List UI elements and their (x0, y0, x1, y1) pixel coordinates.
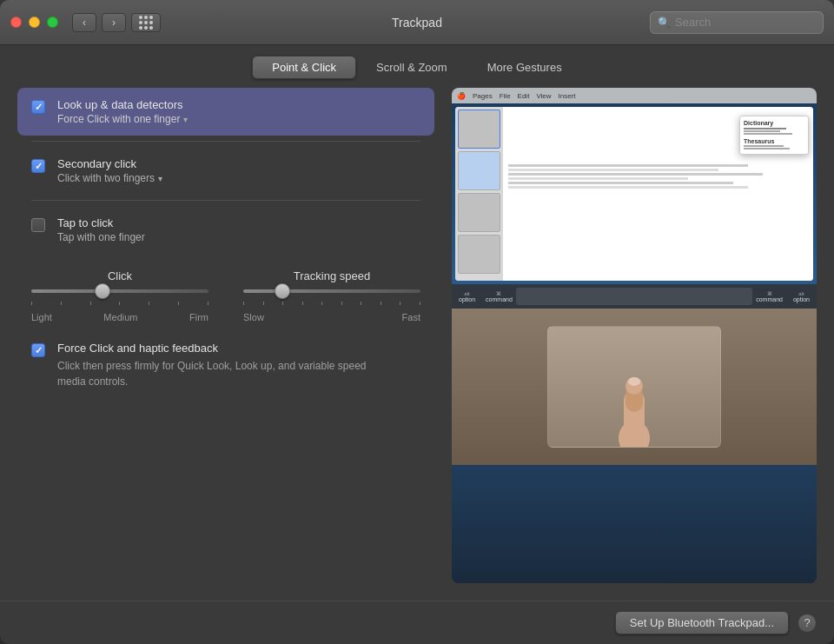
setup-bluetooth-button[interactable]: Set Up Bluetooth Trackpad... (615, 611, 789, 634)
preview-thumb-2 (458, 151, 500, 190)
titlebar: ‹ › Trackpad 🔍 (0, 0, 834, 45)
search-bar[interactable]: 🔍 (650, 11, 824, 34)
forward-icon: › (112, 17, 116, 29)
help-button[interactable]: ? (798, 614, 817, 633)
option-tap-subtitle: Tap with one finger (57, 231, 145, 243)
option-lookup-subtitle[interactable]: Force Click with one finger ▾ (57, 113, 188, 125)
option-lookup: ✓ Look up & data detectors Force Click w… (17, 88, 434, 136)
checkbox-tap[interactable] (31, 218, 45, 232)
checkbox-lookup[interactable]: ✓ (31, 100, 45, 114)
preview-keyboard-bar: alt option ⌘ command ⌘ command (452, 284, 817, 309)
checkbox-tap-wrap (31, 218, 47, 234)
preview-thumb-4 (458, 235, 500, 274)
left-panel: ✓ Look up & data detectors Force Click w… (17, 88, 434, 583)
option-secondary-subtitle[interactable]: Click with two fingers ▾ (57, 172, 162, 184)
click-slider-thumb[interactable] (95, 283, 110, 299)
checkbox-force-wrap: ✓ (31, 343, 47, 359)
checkmark-icon: ✓ (35, 162, 43, 171)
tracking-ticks (243, 302, 420, 305)
force-click-text: Force Click and haptic feedback Click th… (57, 342, 370, 389)
preview-menu-pages: Pages (473, 92, 493, 100)
key-option-left: alt option (459, 291, 475, 302)
tabbar: Point & Click Scroll & Zoom More Gesture… (0, 45, 834, 88)
mac-preview: 🍎 Pages File Edit View Insert (452, 88, 817, 583)
tab-point-click[interactable]: Point & Click (252, 56, 356, 79)
app-window: ‹ › Trackpad 🔍 Point & Click Scroll & Zo… (0, 0, 834, 644)
option-secondary-click: ✓ Secondary click Click with two fingers… (17, 147, 434, 195)
preview-dict-title: Dictionary (744, 120, 804, 126)
preview-menu-view: View (536, 92, 551, 100)
trackpad-surface (547, 326, 721, 448)
preview-sidebar (455, 107, 503, 281)
option-tap-click: Tap to click Tap with one finger (17, 206, 434, 254)
tab-more-gestures[interactable]: More Gestures (467, 56, 582, 79)
checkbox-secondary[interactable]: ✓ (31, 159, 45, 173)
click-labels: Light Medium Firm (31, 312, 208, 322)
preview-content-area: BIKES (503, 107, 813, 281)
preview-app-window: BIKES (455, 107, 813, 281)
nav-buttons: ‹ › (72, 13, 126, 32)
traffic-lights (10, 17, 58, 28)
chevron-icon: ▾ (158, 174, 162, 183)
back-button[interactable]: ‹ (72, 13, 96, 32)
sliders-row: Click (31, 269, 420, 322)
preview-apple-icon: 🍎 (457, 92, 466, 100)
tracking-label-slow: Slow (243, 312, 264, 322)
force-click-subtitle: Click then press firmly for Quick Look, … (57, 358, 370, 389)
search-input[interactable] (675, 16, 816, 29)
checkbox-force[interactable]: ✓ (31, 343, 45, 357)
force-click-title: Force Click and haptic feedback (57, 342, 370, 355)
option-tap-title: Tap to click (57, 216, 145, 229)
finger-icon (608, 373, 660, 448)
preview-dictionary-popup: Dictionary Thesaurus (739, 116, 809, 155)
separator-2 (31, 200, 420, 201)
apps-button[interactable] (131, 13, 161, 32)
preview-trackpad-area (452, 309, 817, 465)
chevron-icon: ▾ (183, 115, 188, 124)
maximize-button[interactable] (47, 17, 58, 28)
click-slider-track-wrap[interactable] (31, 289, 208, 293)
option-tap-text: Tap to click Tap with one finger (57, 216, 145, 243)
key-option-right: alt option (793, 291, 810, 302)
preview-menubar: 🍎 Pages File Edit View Insert (452, 88, 817, 103)
preview-menu-insert: Insert (559, 92, 576, 100)
svg-point-4 (628, 377, 640, 386)
force-click-section: ✓ Force Click and haptic feedback Click … (17, 342, 434, 389)
tab-scroll-zoom[interactable]: Scroll & Zoom (356, 56, 467, 79)
preview-dict-entry (744, 128, 804, 135)
tracking-slider-group: Tracking speed (243, 269, 420, 322)
tracking-slider-thumb[interactable] (275, 283, 290, 299)
preview-thesaurus-title: Thesaurus (744, 138, 804, 149)
click-label-medium: Medium (103, 312, 137, 322)
checkmark-icon: ✓ (35, 103, 43, 112)
key-space-area (516, 288, 752, 305)
click-slider-track (31, 289, 208, 293)
minimize-button[interactable] (29, 17, 40, 28)
tracking-slider-track-wrap[interactable] (243, 289, 420, 293)
tracking-slider-label: Tracking speed (294, 269, 370, 282)
checkmark-icon: ✓ (35, 346, 43, 355)
key-command-right: ⌘ command (756, 290, 783, 302)
click-label-firm: Firm (189, 312, 208, 322)
sliders-section: Click (17, 269, 434, 322)
preview-panel: 🍎 Pages File Edit View Insert (452, 88, 817, 583)
option-lookup-title: Look up & data detectors (57, 98, 188, 111)
preview-menu-file: File (500, 92, 511, 100)
search-icon: 🔍 (658, 17, 671, 29)
checkbox-lookup-wrap: ✓ (31, 100, 47, 116)
tracking-label-fast: Fast (402, 312, 420, 322)
option-lookup-text: Look up & data detectors Force Click wit… (57, 98, 188, 125)
option-secondary-title: Secondary click (57, 157, 162, 170)
click-slider-group: Click (31, 269, 208, 322)
back-icon: ‹ (83, 17, 86, 29)
preview-thumb-3 (458, 193, 500, 232)
key-command-left: ⌘ command (486, 290, 513, 302)
forward-button[interactable]: › (102, 13, 126, 32)
close-button[interactable] (10, 17, 22, 28)
separator-1 (31, 141, 420, 142)
checkbox-secondary-wrap: ✓ (31, 159, 47, 175)
click-ticks (31, 302, 208, 305)
tracking-slider-track (243, 289, 420, 293)
tracking-labels: Slow Fast (243, 312, 420, 322)
click-slider-label: Click (108, 269, 132, 282)
